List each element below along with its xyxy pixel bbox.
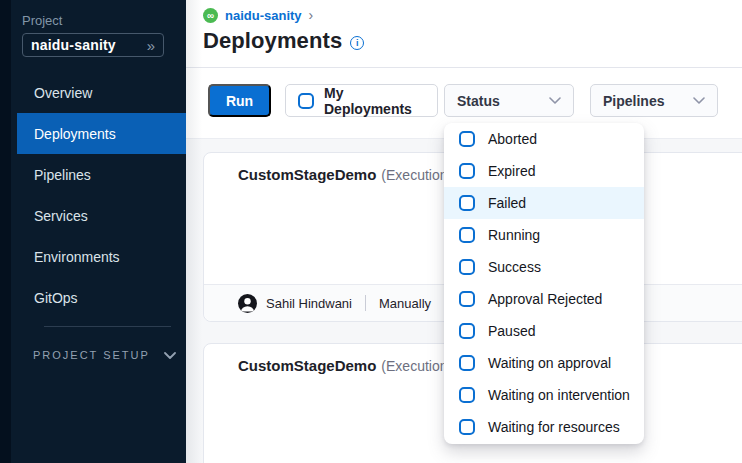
status-dropdown-menu: Aborted Expired Failed Running Success A… bbox=[444, 123, 644, 444]
project-label: Project bbox=[22, 13, 62, 28]
status-option-label: Approval Rejected bbox=[488, 291, 602, 307]
pipeline-name: CustomStageDemo bbox=[238, 357, 376, 374]
status-option-label: Paused bbox=[488, 323, 535, 339]
status-option-paused[interactable]: Paused bbox=[444, 315, 644, 347]
status-option-checkbox[interactable] bbox=[459, 291, 475, 307]
status-option-success[interactable]: Success bbox=[444, 251, 644, 283]
sidebar-item-label: Pipelines bbox=[34, 167, 91, 183]
project-setup-toggle[interactable]: PROJECT SETUP bbox=[33, 349, 176, 361]
footer-separator bbox=[365, 295, 366, 311]
breadcrumb-project-link[interactable]: naidu-sanity bbox=[225, 8, 302, 23]
title-row: Deployments i bbox=[203, 28, 364, 54]
chevron-down-icon bbox=[549, 97, 561, 104]
status-option-waiting-on-intervention[interactable]: Waiting on intervention bbox=[444, 379, 644, 411]
status-option-label: Waiting on intervention bbox=[488, 387, 630, 403]
sidebar-item-gitops[interactable]: GitOps bbox=[17, 277, 186, 318]
status-option-label: Running bbox=[488, 227, 540, 243]
sidebar-item-label: Services bbox=[34, 208, 88, 224]
execution-title-row: CustomStageDemo (Execution Id bbox=[238, 166, 463, 183]
sidebar-item-label: Environments bbox=[34, 249, 120, 265]
sidebar-item-label: Overview bbox=[34, 85, 92, 101]
status-option-label: Failed bbox=[488, 195, 526, 211]
status-option-label: Aborted bbox=[488, 131, 537, 147]
app-window: Project naidu-sanity » Overview Deployme… bbox=[0, 0, 742, 463]
run-button[interactable]: Run bbox=[208, 84, 271, 117]
project-selector-value: naidu-sanity bbox=[31, 37, 147, 53]
status-option-waiting-on-approval[interactable]: Waiting on approval bbox=[444, 347, 644, 379]
status-option-label: Waiting on approval bbox=[488, 355, 611, 371]
status-option-label: Waiting for resources bbox=[488, 419, 620, 435]
status-option-expired[interactable]: Expired bbox=[444, 155, 644, 187]
pipelines-filter-dropdown[interactable]: Pipelines bbox=[590, 84, 718, 117]
status-option-aborted[interactable]: Aborted bbox=[444, 123, 644, 155]
status-option-label: Expired bbox=[488, 163, 535, 179]
status-option-checkbox[interactable] bbox=[459, 387, 475, 403]
my-deployments-filter[interactable]: My Deployments bbox=[285, 84, 438, 117]
my-deployments-checkbox[interactable] bbox=[298, 93, 314, 109]
pipelines-filter-label: Pipelines bbox=[603, 93, 664, 109]
sidebar-divider bbox=[44, 326, 171, 327]
triggered-by-user: Sahil Hindwani bbox=[266, 296, 352, 311]
user-avatar bbox=[238, 294, 257, 313]
status-option-checkbox[interactable] bbox=[459, 323, 475, 339]
breadcrumb: ∞ naidu-sanity › bbox=[203, 8, 313, 23]
pipeline-name: CustomStageDemo bbox=[238, 166, 376, 183]
my-deployments-label: My Deployments bbox=[324, 85, 425, 117]
status-option-checkbox[interactable] bbox=[459, 163, 475, 179]
project-selector[interactable]: naidu-sanity » bbox=[22, 33, 164, 57]
page-header: ∞ naidu-sanity › Deployments i bbox=[186, 0, 742, 67]
sidebar-item-label: GitOps bbox=[34, 290, 78, 306]
cd-module-icon: ∞ bbox=[203, 8, 218, 23]
page-title: Deployments bbox=[203, 28, 342, 54]
status-option-checkbox[interactable] bbox=[459, 131, 475, 147]
status-option-failed[interactable]: Failed bbox=[444, 187, 644, 219]
module-nav-strip bbox=[0, 0, 11, 463]
sidebar-nav: Overview Deployments Pipelines Services … bbox=[17, 72, 186, 318]
status-option-checkbox[interactable] bbox=[459, 419, 475, 435]
trigger-type: Manually bbox=[379, 296, 431, 311]
status-filter-label: Status bbox=[457, 93, 500, 109]
status-option-waiting-for-resources[interactable]: Waiting for resources bbox=[444, 411, 644, 443]
chevron-down-icon bbox=[693, 97, 705, 104]
status-option-checkbox[interactable] bbox=[459, 355, 475, 371]
project-sidebar: Project naidu-sanity » Overview Deployme… bbox=[11, 0, 186, 463]
status-option-running[interactable]: Running bbox=[444, 219, 644, 251]
chevron-down-icon bbox=[164, 352, 176, 359]
chevron-right-icon: › bbox=[309, 8, 314, 22]
status-option-checkbox[interactable] bbox=[459, 227, 475, 243]
project-setup-label: PROJECT SETUP bbox=[33, 349, 150, 361]
status-option-checkbox[interactable] bbox=[459, 259, 475, 275]
sidebar-item-deployments[interactable]: Deployments bbox=[17, 113, 186, 154]
info-icon[interactable]: i bbox=[350, 36, 364, 50]
sidebar-item-pipelines[interactable]: Pipelines bbox=[17, 154, 186, 195]
sidebar-item-overview[interactable]: Overview bbox=[17, 72, 186, 113]
double-chevron-right-icon[interactable]: » bbox=[147, 38, 155, 53]
execution-title-row: CustomStageDemo (Execution Id bbox=[238, 357, 463, 374]
status-option-checkbox[interactable] bbox=[459, 195, 475, 211]
status-filter-dropdown[interactable]: Status bbox=[444, 84, 574, 117]
status-option-label: Success bbox=[488, 259, 541, 275]
sidebar-item-services[interactable]: Services bbox=[17, 195, 186, 236]
status-option-approval-rejected[interactable]: Approval Rejected bbox=[444, 283, 644, 315]
sidebar-item-label: Deployments bbox=[34, 126, 116, 142]
sidebar-item-environments[interactable]: Environments bbox=[17, 236, 186, 277]
